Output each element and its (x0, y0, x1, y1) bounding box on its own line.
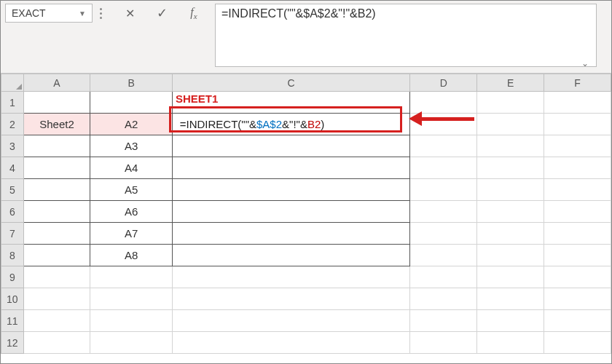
select-all-corner[interactable] (1, 74, 24, 92)
col-header-C[interactable]: C (172, 74, 410, 92)
cell-A3[interactable] (23, 135, 90, 157)
cancel-button[interactable]: ✕ (120, 4, 139, 23)
cell-F8[interactable] (544, 245, 611, 266)
cell-B5[interactable]: A5 (90, 179, 172, 201)
cell-F7[interactable] (544, 223, 611, 245)
cell-D10[interactable] (410, 288, 477, 310)
cell-C3[interactable] (172, 135, 410, 157)
cell-F5[interactable] (544, 179, 611, 201)
cell-E12[interactable] (477, 332, 544, 354)
cell-C4[interactable] (172, 157, 410, 179)
cell-D12[interactable] (410, 332, 477, 354)
cell-E5[interactable] (477, 179, 544, 201)
cell-C9[interactable] (172, 266, 410, 288)
cell-B6[interactable]: A6 (90, 201, 172, 223)
cell-B7[interactable]: A7 (90, 223, 172, 245)
cell-D11[interactable] (410, 310, 477, 332)
cell-A7[interactable] (23, 223, 90, 245)
row-header-4[interactable]: 4 (1, 157, 24, 179)
row-header-2[interactable]: 2 (1, 114, 24, 135)
row-header-7[interactable]: 7 (1, 223, 24, 245)
row-header-6[interactable]: 6 (1, 201, 24, 223)
cell-A9[interactable] (23, 266, 90, 288)
cell-B9[interactable] (90, 266, 172, 288)
cell-D1[interactable] (410, 92, 477, 114)
cell-A10[interactable] (23, 288, 90, 310)
spreadsheet-grid[interactable]: A B C D E F 1 2 Sheet2 A2 =INDIRECT(""&$… (1, 74, 611, 354)
cell-B4[interactable]: A4 (90, 157, 172, 179)
cell-E3[interactable] (477, 135, 544, 157)
expand-formula-bar-icon[interactable]: ⌄ (581, 58, 589, 68)
cell-D7[interactable] (410, 223, 477, 245)
cell-F10[interactable] (544, 288, 611, 310)
cell-C6[interactable] (172, 201, 410, 223)
cell-E7[interactable] (477, 223, 544, 245)
cell-F11[interactable] (544, 310, 611, 332)
cell-B2[interactable]: A2 (90, 114, 172, 135)
cell-C8[interactable] (172, 245, 410, 266)
cell-D6[interactable] (410, 201, 477, 223)
cell-A1[interactable] (23, 92, 90, 114)
cell-F2[interactable] (544, 114, 611, 135)
col-header-A[interactable]: A (23, 74, 90, 92)
row-header-8[interactable]: 8 (1, 245, 24, 266)
cell-F9[interactable] (544, 266, 611, 288)
accept-button[interactable]: ✓ (152, 4, 171, 23)
row-header-5[interactable]: 5 (1, 179, 24, 201)
insert-function-button[interactable]: fx (184, 4, 203, 23)
cell-A2[interactable]: Sheet2 (23, 114, 90, 135)
cell-C7[interactable] (172, 223, 410, 245)
cell-B1[interactable] (90, 92, 172, 114)
formula-input[interactable]: =INDIRECT(""&$A$2&"!"&B2) (215, 4, 597, 67)
col-header-E[interactable]: E (477, 74, 544, 92)
col-header-D[interactable]: D (410, 74, 477, 92)
cell-E10[interactable] (477, 288, 544, 310)
cell-D2[interactable] (410, 114, 477, 135)
row-header-1[interactable]: 1 (1, 92, 24, 114)
name-box[interactable]: EXACT ▼ (5, 4, 93, 23)
cell-D9[interactable] (410, 266, 477, 288)
cell-E9[interactable] (477, 266, 544, 288)
cell-B8[interactable]: A8 (90, 245, 172, 266)
cell-A11[interactable] (23, 310, 90, 332)
cell-C10[interactable] (172, 288, 410, 310)
cell-C5[interactable] (172, 179, 410, 201)
cell-B11[interactable] (90, 310, 172, 332)
row-header-9[interactable]: 9 (1, 266, 24, 288)
cell-D4[interactable] (410, 157, 477, 179)
cell-E4[interactable] (477, 157, 544, 179)
cell-C1[interactable] (172, 92, 410, 114)
cell-D5[interactable] (410, 179, 477, 201)
cell-F3[interactable] (544, 135, 611, 157)
cell-C2[interactable]: =INDIRECT(""&$A$2&"!"&B2) (172, 114, 410, 135)
cell-E6[interactable] (477, 201, 544, 223)
name-box-resize-handle[interactable] (95, 4, 106, 23)
col-header-B[interactable]: B (90, 74, 172, 92)
cell-A4[interactable] (23, 157, 90, 179)
cell-B3[interactable]: A3 (90, 135, 172, 157)
cell-C11[interactable] (172, 310, 410, 332)
cell-A6[interactable] (23, 201, 90, 223)
cell-A8[interactable] (23, 245, 90, 266)
col-header-F[interactable]: F (544, 74, 611, 92)
cell-F12[interactable] (544, 332, 611, 354)
cell-B12[interactable] (90, 332, 172, 354)
cell-F4[interactable] (544, 157, 611, 179)
cell-E11[interactable] (477, 310, 544, 332)
chevron-down-icon[interactable]: ▼ (79, 9, 86, 17)
cell-A12[interactable] (23, 332, 90, 354)
cell-D3[interactable] (410, 135, 477, 157)
cell-B10[interactable] (90, 288, 172, 310)
cell-D8[interactable] (410, 245, 477, 266)
cell-F6[interactable] (544, 201, 611, 223)
cell-E8[interactable] (477, 245, 544, 266)
row-header-12[interactable]: 12 (1, 332, 24, 354)
cell-E2[interactable] (477, 114, 544, 135)
row-header-3[interactable]: 3 (1, 135, 24, 157)
row-header-11[interactable]: 11 (1, 310, 24, 332)
cell-F1[interactable] (544, 92, 611, 114)
cell-A5[interactable] (23, 179, 90, 201)
cell-C12[interactable] (172, 332, 410, 354)
row-header-10[interactable]: 10 (1, 288, 24, 310)
cell-E1[interactable] (477, 92, 544, 114)
